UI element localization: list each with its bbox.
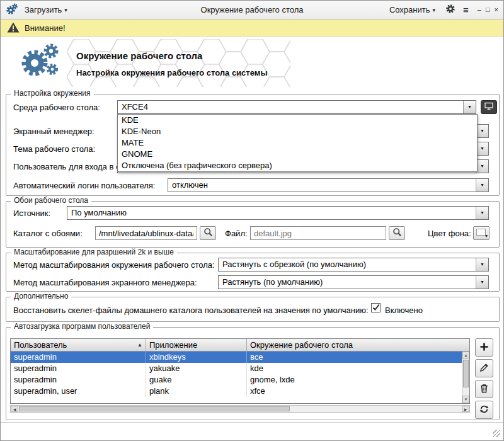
pencil-icon	[479, 363, 489, 374]
dropdown-option-disabled[interactable]: Отключена (без графического сервера)	[118, 160, 477, 171]
chevron-down-icon[interactable]: ▼	[476, 179, 488, 192]
check-icon	[372, 302, 380, 314]
desktop-scaling-label: Метод масштабирования окружения рабочего…	[13, 260, 215, 270]
sort-asc-icon: ▲	[137, 339, 142, 351]
cell-app: guake	[146, 374, 247, 386]
chevron-down-icon[interactable]: ▼	[476, 125, 488, 137]
table-row[interactable]: superadmin guake gnome, lxde	[11, 374, 462, 386]
status-bar	[1, 422, 503, 440]
warning-icon	[7, 22, 20, 35]
wallpaper-file-input[interactable]	[250, 226, 386, 240]
autologin-combobox[interactable]: отключен ▼	[168, 178, 489, 192]
search-icon	[203, 227, 213, 239]
column-header-env[interactable]: Окружение рабочего стола	[247, 339, 469, 352]
wallpaper-dir-label: Каталог с обоями:	[13, 229, 83, 238]
chevron-down-icon[interactable]: ▼	[476, 160, 488, 173]
scroll-up-icon[interactable]: ▲	[462, 352, 469, 359]
dropdown-option-kde-neon[interactable]: KDE-Neon	[118, 126, 477, 137]
menu-icon[interactable]: ≡	[463, 4, 469, 15]
vertical-scrollbar-thumb[interactable]	[463, 360, 469, 387]
skeleton-checkbox[interactable]	[371, 303, 381, 312]
warning-text: Внимание!	[25, 23, 66, 33]
desktop-env-dropdown: KDE KDE-Neon MATE GNOME Отключена (без г…	[117, 114, 478, 172]
wallpaper-legend: Обои рабочего стола	[11, 196, 91, 205]
wallpaper-source-value: По умолчанию	[71, 207, 474, 219]
additional-legend: Дополнительно	[11, 292, 71, 301]
save-button[interactable]: Сохранить ▾	[387, 4, 438, 16]
desktop-env-details-button[interactable]	[481, 100, 497, 114]
autostart-legend: Автозагрузка программ пользователей	[11, 322, 153, 331]
add-row-button[interactable]	[475, 338, 493, 357]
table-header: Пользователь ▲ Приложение Окружение рабо…	[11, 339, 469, 352]
cell-user: superadmin	[11, 352, 146, 363]
delete-row-button[interactable]	[475, 380, 493, 398]
save-button-label: Сохранить	[389, 5, 430, 14]
wallpaper-dir-input[interactable]	[95, 226, 197, 240]
hexagon-pattern	[67, 39, 290, 87]
table-row[interactable]: superadmin yakuake kde	[11, 363, 462, 374]
load-button-label: Загрузить	[25, 5, 62, 14]
desktop-env-combobox[interactable]: XFCE4 ▼	[117, 100, 476, 114]
chevron-down-icon[interactable]: ▼	[476, 207, 488, 219]
scaling-legend: Масштабирование для разршений 2k и выше	[11, 248, 177, 257]
monitor-icon	[484, 102, 493, 112]
maximize-button[interactable]: □	[486, 6, 490, 13]
minimize-button[interactable]: –	[478, 6, 481, 13]
login-user-label: Пользователь для входа в с	[13, 162, 120, 171]
autologin-label: Автоматический логин пользователя:	[13, 181, 155, 190]
desktop-env-value: XFCE4	[122, 101, 462, 113]
gears-icon	[20, 42, 61, 84]
dm-scaling-label: Метод масштабирования экранного менеджер…	[13, 278, 197, 287]
desktop-scaling-combobox[interactable]: Растянуть с обрезкой (по умолчанию) ▼	[218, 258, 489, 272]
horizontal-scrollbar-thumb[interactable]	[19, 406, 290, 411]
horizontal-scrollbar[interactable]: ◀ ▶	[10, 405, 470, 413]
cell-env: все	[247, 352, 462, 363]
header-subtitle: Настройка окружения рабочего стола систе…	[76, 68, 268, 77]
chevron-down-icon: ▾	[485, 233, 488, 239]
bg-color-label: Цвет фона:	[428, 229, 471, 238]
dropdown-option-mate[interactable]: MATE	[118, 137, 477, 149]
close-button[interactable]: ×	[495, 6, 498, 13]
browse-file-button[interactable]	[389, 226, 405, 240]
refresh-button[interactable]	[475, 401, 493, 419]
cell-app: xbindkeys	[146, 352, 247, 363]
cell-env: kde	[247, 363, 462, 374]
chevron-down-icon[interactable]: ▼	[476, 142, 488, 155]
dropdown-option-gnome[interactable]: GNOME	[118, 149, 477, 160]
browse-dir-button[interactable]	[200, 226, 216, 240]
scroll-left-icon[interactable]: ◀	[11, 406, 18, 412]
column-header-app[interactable]: Приложение	[146, 339, 247, 352]
edit-row-button[interactable]	[475, 359, 493, 377]
table-row[interactable]: superadmin, user plank xfce	[11, 386, 462, 397]
env-settings-legend: Настройка окружения	[11, 89, 94, 98]
chevron-down-icon: ▾	[64, 7, 67, 13]
resize-grip[interactable]	[493, 430, 500, 437]
settings-gear-icon[interactable]	[445, 4, 455, 16]
chevron-down-icon[interactable]: ▼	[476, 258, 488, 271]
dropdown-option-kde[interactable]: KDE	[118, 115, 477, 126]
cell-user: superadmin	[11, 374, 146, 386]
cell-app: yakuake	[146, 363, 247, 374]
vertical-scrollbar[interactable]: ▲ ▼	[462, 352, 469, 403]
refresh-icon	[479, 404, 489, 416]
trash-icon	[479, 384, 489, 395]
desktop-theme-label: Тема рабочего стола:	[13, 144, 95, 154]
column-header-app-label: Приложение	[149, 340, 197, 350]
cell-env: gnome, lxde	[247, 374, 462, 386]
scroll-down-icon[interactable]: ▼	[462, 396, 469, 403]
chevron-down-icon[interactable]: ▼	[463, 101, 476, 113]
skeleton-label: Восстановить скелет-файлы домашнего ката…	[13, 306, 369, 315]
warning-bar: Внимание!	[1, 20, 503, 37]
autologin-value: отключен	[172, 179, 474, 192]
scroll-right-icon[interactable]: ▶	[462, 406, 469, 412]
dm-scaling-combobox[interactable]: Растянуть (по умолчанию) ▼	[218, 275, 489, 289]
column-header-user-label: Пользователь	[14, 340, 67, 350]
column-header-user[interactable]: Пользователь ▲	[11, 339, 146, 352]
wallpaper-source-combobox[interactable]: По умолчанию ▼	[67, 206, 489, 220]
chevron-down-icon[interactable]: ▼	[476, 276, 488, 289]
bg-color-button[interactable]: ▾	[473, 226, 490, 240]
table-row[interactable]: superadmin xbindkeys все	[11, 352, 462, 363]
load-button[interactable]: Загрузить ▾	[22, 4, 70, 16]
cell-app: plank	[146, 386, 247, 397]
wallpaper-file-label: Файл:	[225, 229, 248, 238]
